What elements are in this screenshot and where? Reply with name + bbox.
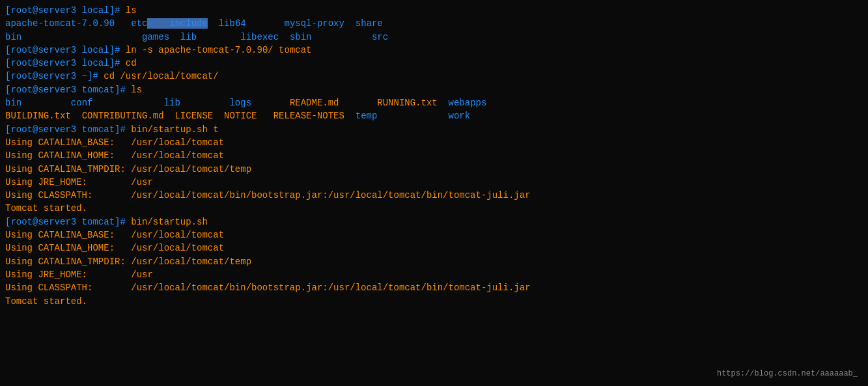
command: cd /usr/local/tomcat/ [104, 71, 218, 81]
terminal-line: [root@server3 ~]# cd /usr/local/tomcat/ [5, 70, 863, 83]
terminal-line: Using CLASSPATH: /usr/local/tomcat/bin/b… [5, 189, 863, 202]
terminal-line: Using CATALINA_BASE: /usr/local/tomcat [5, 136, 863, 149]
prompt: [root@server3 ~]# [5, 71, 104, 81]
ls-item: logs [180, 98, 251, 108]
prompt: [root@server3 tomcat]# [5, 217, 131, 227]
ls-item: LICENSE [164, 111, 214, 121]
watermark: https://blog.csdn.net/aaaaaab_ [717, 368, 858, 379]
ls-item: etc [115, 18, 147, 29]
terminal-line: [root@server3 local]# ln -s apache-tomca… [5, 44, 863, 57]
ls-item: lib [169, 32, 197, 42]
prompt: [root@server3 local]# [5, 45, 126, 55]
command: ls [126, 5, 137, 16]
terminal-line: Tomcat started. [5, 295, 863, 308]
ls-item: lib [92, 98, 180, 108]
prompt: [root@server3 tomcat]# [5, 124, 131, 135]
ls-item: libexec [197, 32, 279, 42]
terminal-line: Using CATALINA_HOME: /usr/local/tomcat [5, 149, 863, 162]
ls-item: src [312, 32, 389, 42]
terminal-line: [root@server3 local]# ls [5, 4, 863, 17]
ls-item: lib64 [208, 18, 246, 29]
ls-item: RUNNING.txt [339, 98, 438, 108]
command: cd [126, 58, 137, 68]
command: ln -s apache-tomcat-7.0.90/ tomcat [126, 45, 312, 55]
command: bin/startup.sh t [131, 124, 218, 135]
terminal-line: [root@server3 local]# cd [5, 57, 863, 70]
prompt: [root@server3 local]# [5, 58, 126, 68]
ls-item: mysql-proxy [246, 18, 344, 29]
terminal-line: Using JRE_HOME: /usr [5, 176, 863, 189]
terminal-line: bin conf lib logs README.md RUNNING.txt … [5, 96, 863, 109]
terminal-line: bin games lib libexec sbin src [5, 31, 863, 44]
ls-item: CONTRIBUTING.md [71, 111, 164, 121]
command: bin/startup.sh [131, 217, 208, 227]
ls-item: webapps [438, 98, 487, 108]
ls-item: NOTICE [213, 111, 257, 121]
terminal-line: [root@server3 tomcat]# ls [5, 83, 863, 96]
ls-item: temp [344, 111, 377, 121]
prompt: [root@server3 tomcat]# [5, 85, 131, 95]
ls-item: share [344, 18, 383, 29]
ls-item: bin [5, 98, 21, 108]
terminal: [root@server3 local]# ls apache-tomcat-7… [5, 4, 863, 382]
ls-item: bin [5, 32, 21, 42]
terminal-line: Using JRE_HOME: /usr [5, 268, 863, 281]
terminal-line: Using CATALINA_TMPDIR: /usr/local/tomcat… [5, 255, 863, 268]
ls-item-include: include [147, 18, 207, 29]
ls-item: games [21, 32, 169, 42]
terminal-line: apache-tomcat-7.0.90 etc include lib64 m… [5, 17, 863, 30]
ls-item: RELEASE-NOTES [257, 111, 344, 121]
ls-item: conf [21, 98, 92, 108]
terminal-line: Using CATALINA_TMPDIR: /usr/local/tomcat… [5, 163, 863, 176]
ls-item: BUILDING.txt [5, 111, 71, 121]
terminal-line: Tomcat started. [5, 202, 863, 215]
command: ls [131, 85, 142, 95]
ls-item: apache-tomcat-7.0.90 [5, 18, 115, 29]
terminal-line: [root@server3 tomcat]# bin/startup.sh t [5, 123, 863, 136]
terminal-line: [root@server3 tomcat]# bin/startup.sh [5, 215, 863, 228]
terminal-line: Using CATALINA_HOME: /usr/local/tomcat [5, 241, 863, 255]
prompt: [root@server3 local]# [5, 5, 126, 16]
ls-item: sbin [279, 32, 311, 42]
ls-item: README.md [251, 98, 339, 108]
terminal-line: Using CLASSPATH: /usr/local/tomcat/bin/b… [5, 281, 863, 294]
terminal-line: BUILDING.txt CONTRIBUTING.md LICENSE NOT… [5, 109, 863, 122]
terminal-line: Using CATALINA_BASE: /usr/local/tomcat [5, 228, 863, 241]
ls-item: work [377, 111, 470, 121]
